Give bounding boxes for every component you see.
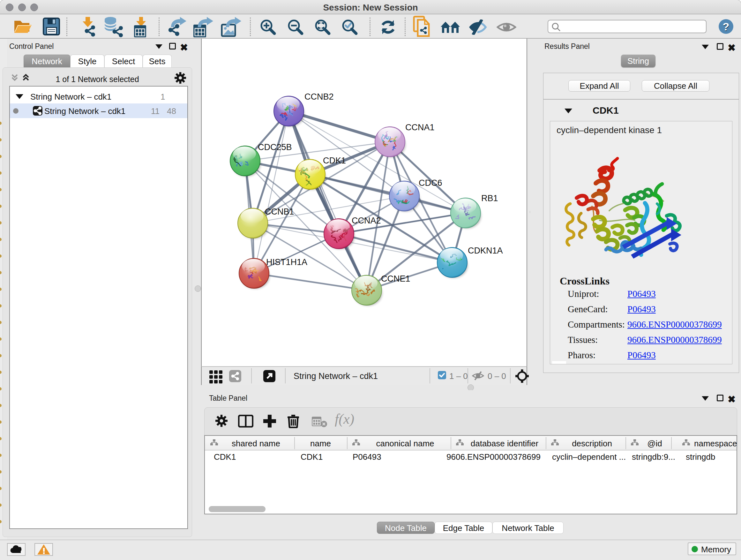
svg-text:HIST1H1A: HIST1H1A (266, 257, 307, 267)
svg-text:CDK1: CDK1 (323, 156, 346, 165)
svg-text:RB1: RB1 (481, 193, 498, 203)
svg-text:CCNB2: CCNB2 (305, 92, 334, 102)
svg-text:CCNA2: CCNA2 (352, 216, 381, 226)
svg-text:CCNE1: CCNE1 (381, 274, 410, 284)
svg-text:CDC25B: CDC25B (258, 142, 292, 152)
svg-text:CCNA1: CCNA1 (405, 123, 434, 132)
svg-text:CDKN1A: CDKN1A (468, 246, 503, 255)
svg-text:CCNB1: CCNB1 (265, 207, 294, 216)
svg-text:CDC6: CDC6 (419, 178, 442, 188)
